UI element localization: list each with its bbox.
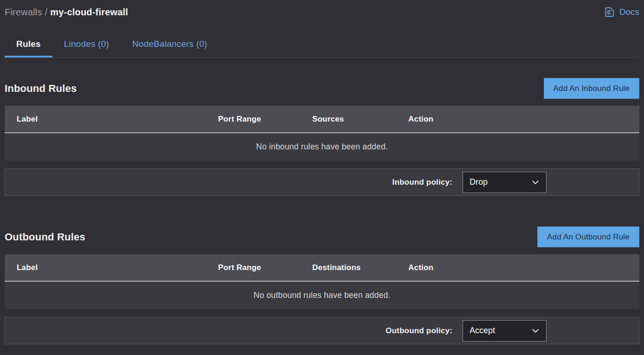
page-header: Firewalls /my-cloud-firewall Docs (5, 6, 639, 18)
outbound-section-header: Outbound Rules Add An Outbound Rule (5, 226, 639, 247)
outbound-table-header: Label Port Range Destinations Action (5, 254, 639, 282)
column-header-action: Action (408, 115, 639, 124)
column-header-destinations: Destinations (312, 263, 408, 272)
outbound-rules-table: Label Port Range Destinations Action No … (5, 254, 639, 309)
column-header-port-range: Port Range (218, 263, 312, 272)
inbound-table-header: Label Port Range Sources Action (5, 106, 639, 133)
outbound-rules-title: Outbound Rules (5, 231, 85, 243)
outbound-empty-state: No outbound rules have been added. (5, 282, 639, 309)
tab-nodebalancers[interactable]: NodeBalancers (0) (121, 32, 219, 58)
inbound-policy-label: Inbound policy: (392, 178, 452, 187)
add-inbound-rule-button[interactable]: Add An Inbound Rule (544, 78, 640, 99)
column-header-action: Action (408, 263, 639, 272)
firewall-detail-page: Firewalls /my-cloud-firewall Docs Rules … (0, 0, 644, 344)
tab-linodes[interactable]: Linodes (0) (52, 32, 121, 58)
inbound-rules-table: Label Port Range Sources Action No inbou… (5, 106, 639, 161)
chevron-down-icon (531, 178, 540, 187)
docs-icon (603, 6, 615, 18)
breadcrumb: Firewalls /my-cloud-firewall (5, 7, 128, 18)
inbound-empty-state: No inbound rules have been added. (5, 133, 639, 161)
column-header-label: Label (5, 263, 218, 272)
column-header-sources: Sources (312, 115, 408, 124)
docs-label: Docs (619, 7, 639, 17)
outbound-policy-value: Accept (470, 326, 495, 336)
inbound-rules-title: Inbound Rules (5, 83, 77, 95)
tab-bar: Rules Linodes (0) NodeBalancers (0) (5, 32, 639, 58)
breadcrumb-current-firewall: my-cloud-firewall (50, 7, 128, 17)
inbound-policy-row: Inbound policy: Drop (5, 168, 639, 196)
chevron-down-icon (531, 326, 540, 336)
outbound-policy-label: Outbound policy: (386, 326, 452, 336)
add-outbound-rule-button[interactable]: Add An Outbound Rule (537, 226, 639, 247)
tab-rules[interactable]: Rules (5, 32, 52, 58)
outbound-policy-select[interactable]: Accept (463, 320, 547, 342)
inbound-policy-value: Drop (470, 177, 488, 187)
inbound-policy-select[interactable]: Drop (463, 172, 547, 193)
inbound-rules-section: Inbound Rules Add An Inbound Rule Label … (5, 78, 639, 196)
inbound-section-header: Inbound Rules Add An Inbound Rule (5, 78, 639, 99)
outbound-policy-row: Outbound policy: Accept (5, 317, 639, 344)
column-header-port-range: Port Range (218, 115, 312, 124)
breadcrumb-firewalls-link[interactable]: Firewalls / (5, 7, 47, 17)
docs-link[interactable]: Docs (603, 6, 639, 18)
outbound-rules-section: Outbound Rules Add An Outbound Rule Labe… (5, 226, 639, 344)
column-header-label: Label (5, 115, 218, 124)
